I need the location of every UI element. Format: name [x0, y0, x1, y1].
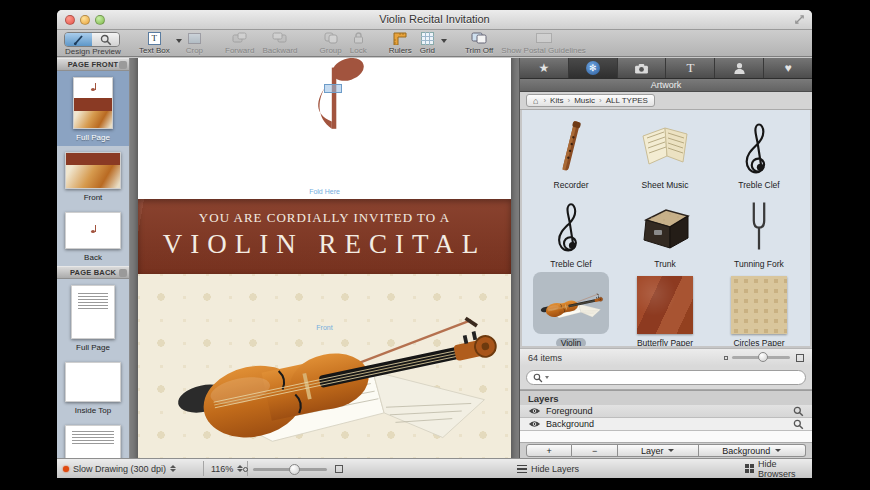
hide-browsers-button[interactable]: Hide Browsers	[745, 459, 812, 478]
zoom-level-value: 116%	[211, 464, 233, 474]
dropdown-arrow-icon	[668, 449, 674, 452]
breadcrumb-all-types[interactable]: ALL TYPES	[606, 96, 648, 105]
sidebar-item-front[interactable]: Front	[57, 146, 129, 206]
app-window: Violin Recital Invitation	[57, 10, 812, 478]
canvas-zoom-slider[interactable]	[253, 468, 327, 471]
back-full-page-thumbnail	[71, 285, 115, 339]
design-canvas[interactable]: Tullie Music Fold Here YOU ARE CORDIALLY…	[130, 58, 520, 458]
add-layer-button[interactable]: +	[526, 444, 572, 457]
pages-sidebar: PAGE FRONT Full Page F	[57, 58, 130, 458]
status-bar: Slow Drawing (300 dpi) 116% Hide Layers …	[57, 458, 812, 478]
zoom-out-icon[interactable]	[243, 467, 248, 472]
layer-row-background[interactable]: Background	[520, 418, 812, 431]
zoom-level-control[interactable]: 116%	[211, 459, 243, 478]
breadcrumb-kits[interactable]: Kits	[550, 96, 563, 105]
artwork-item-trunk[interactable]: Trunk	[618, 193, 712, 272]
crop-button: Crop	[186, 31, 203, 55]
text-icon: T	[686, 60, 694, 76]
sidebar-item-back-full-page[interactable]: Full Page	[57, 279, 129, 356]
fold-here-guide: Fold Here	[138, 188, 511, 195]
layers-list-icon	[517, 465, 527, 473]
window-title: Violin Recital Invitation	[57, 13, 812, 25]
zoom-slider-knob[interactable]	[289, 464, 300, 475]
butterfly-paper-swatch	[637, 276, 693, 334]
section-disclosure[interactable]	[119, 269, 127, 277]
layer-menu-button[interactable]: Layer	[618, 444, 699, 457]
home-icon[interactable]: ⌂	[533, 96, 538, 106]
rulers-button[interactable]: Rulers	[389, 31, 412, 55]
items-count: 64 items	[528, 353, 562, 363]
grid-icon	[421, 31, 434, 45]
artwork-item-circles-paper[interactable]: Circles Paper	[712, 272, 806, 348]
sidebar-item-inside-top[interactable]: Inside Top	[57, 356, 129, 419]
preview-label: Preview	[92, 47, 121, 56]
treble-clef-icon	[557, 198, 585, 254]
tab-text[interactable]: T	[666, 58, 715, 78]
sidebar-item-back[interactable]: Back	[57, 206, 129, 266]
artwork-item-violin[interactable]: Violin	[524, 272, 618, 348]
hide-layers-button[interactable]: Hide Layers	[517, 459, 579, 478]
camera-icon	[634, 63, 649, 74]
front-full-page-thumbnail	[73, 77, 113, 129]
artwork-item-butterfly-paper[interactable]: Butterfly Paper	[618, 272, 712, 348]
resize-icon[interactable]	[794, 14, 805, 25]
eye-icon[interactable]	[528, 420, 541, 428]
sidebar-item-inside-bottom[interactable]: Inside Bottom	[57, 419, 129, 458]
drawing-mode-stepper[interactable]	[170, 465, 176, 473]
show-postal-guidelines-button: Show Postal Guidelines	[501, 31, 586, 55]
layer-row-foreground[interactable]: Foreground	[520, 405, 812, 418]
size-slider-knob[interactable]	[758, 352, 768, 362]
search-scope-arrow[interactable]	[545, 376, 549, 379]
tab-photos[interactable]	[618, 58, 667, 78]
tab-hearts[interactable]: ♥	[764, 58, 812, 78]
tab-artwork[interactable]: ✻	[569, 58, 618, 78]
breadcrumb[interactable]: ⌂ › Kits › Music › ALL TYPES	[526, 94, 655, 107]
panel-title: Artwork	[520, 79, 812, 92]
drawing-mode-control[interactable]: Slow Drawing (300 dpi)	[63, 459, 176, 478]
page-back-header: PAGE BACK	[57, 266, 129, 279]
artwork-item-tuning-fork[interactable]: Tunning Fork	[712, 193, 806, 272]
note-selection-tag[interactable]	[324, 84, 342, 93]
eye-icon[interactable]	[528, 407, 541, 415]
invite-title-text[interactable]: VIOLIN RECITAL	[138, 229, 511, 260]
text-box-menu-arrow[interactable]	[176, 39, 182, 43]
brush-icon	[73, 34, 85, 46]
magnifier-icon	[100, 34, 112, 46]
search-input[interactable]	[526, 370, 806, 385]
star-icon: ★	[539, 61, 550, 75]
sidebar-item-front-full-page[interactable]: Full Page	[57, 71, 129, 146]
invitation-card[interactable]: Tullie Music Fold Here YOU ARE CORDIALLY…	[138, 58, 511, 458]
artwork-item-sheet-music[interactable]: Sheet Music	[618, 114, 712, 193]
text-box-button[interactable]: T Text Box	[139, 31, 170, 55]
window-body: PAGE FRONT Full Page F	[57, 58, 812, 458]
invite-intro-text[interactable]: YOU ARE CORDIALLY INVITED TO A	[138, 210, 511, 226]
artwork-item-treble-clef-2[interactable]: Treble Clef	[524, 193, 618, 272]
breadcrumb-music[interactable]: Music	[574, 96, 595, 105]
section-disclosure[interactable]	[119, 61, 127, 69]
design-button[interactable]	[65, 33, 92, 46]
remove-layer-button[interactable]: −	[572, 444, 617, 457]
grid-button[interactable]: Grid	[420, 31, 435, 55]
inside-top-thumbnail	[65, 362, 121, 402]
artwork-item-recorder[interactable]: Recorder	[524, 114, 618, 193]
trim-off-button[interactable]: Trim Off	[465, 31, 493, 55]
tab-favorites[interactable]: ★	[520, 58, 569, 78]
background-menu-button[interactable]: Background	[699, 444, 806, 457]
layer-search-icon[interactable]	[793, 406, 804, 417]
invitation-red-band[interactable]: YOU ARE CORDIALLY INVITED TO A VIOLIN RE…	[138, 199, 511, 274]
music-note-graphic[interactable]	[312, 58, 366, 146]
dropdown-arrow-icon	[775, 449, 781, 452]
crop-icon	[188, 31, 201, 45]
design-label: Design	[63, 47, 92, 56]
preview-button[interactable]	[92, 33, 119, 46]
thumbnail-size-slider[interactable]	[724, 354, 804, 362]
zoom-in-icon[interactable]	[335, 465, 343, 473]
layer-search-icon[interactable]	[793, 419, 804, 430]
search-row	[520, 366, 812, 390]
grid-menu-arrow[interactable]	[441, 39, 447, 43]
sheet-music-icon	[635, 122, 695, 172]
browsers-grid-icon	[745, 464, 754, 473]
trunk-icon	[636, 200, 694, 252]
artwork-item-treble-clef-1[interactable]: Treble Clef	[712, 114, 806, 193]
tab-contacts[interactable]	[715, 58, 764, 78]
